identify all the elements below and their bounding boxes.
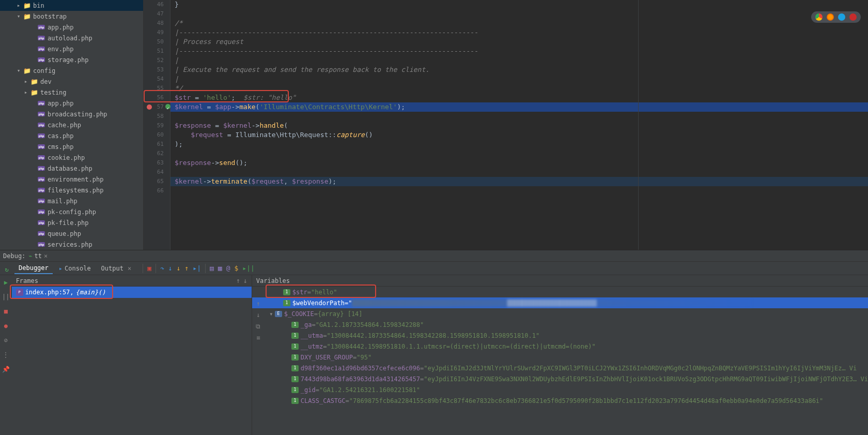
chevron-icon[interactable]: ▾ bbox=[14, 67, 23, 74]
tree-item-config[interactable]: ▾📁config bbox=[0, 65, 143, 76]
gutter-line[interactable]: 63 bbox=[144, 158, 164, 168]
tree-item-pk-config-php[interactable]: phppk-config.php bbox=[0, 206, 143, 217]
tree-item-cookie-php[interactable]: phpcookie.php bbox=[0, 152, 143, 163]
variable-row[interactable]: 17443d98ba68fa63963d1da4314265457 = "eyJ… bbox=[252, 373, 868, 384]
opera-icon[interactable] bbox=[849, 13, 857, 21]
variable-row[interactable]: ▾E$_COOKIE = {array} [14] bbox=[252, 308, 868, 319]
code-line[interactable] bbox=[171, 112, 868, 121]
gutter-line[interactable]: 56 bbox=[144, 93, 164, 102]
gutter-line[interactable]: 64 bbox=[144, 168, 164, 177]
resume-button[interactable]: ▶ bbox=[2, 278, 10, 287]
code-line[interactable]: ); bbox=[171, 140, 868, 149]
copy-icon[interactable]: ⧉ bbox=[256, 323, 260, 330]
tree-item-bootstrap[interactable]: ▾📁bootstrap bbox=[0, 11, 143, 22]
debug-leftbar[interactable]: ▶ || ■ ● ⊘ ⋮ 📌 bbox=[0, 275, 12, 435]
debug-panel[interactable]: Debug: ⌁ tt × ↻ Debugger ▸Console Output… bbox=[0, 250, 868, 435]
pin-icon[interactable]: 📌 bbox=[2, 365, 10, 373]
gutter-line[interactable]: 57✓ bbox=[144, 102, 164, 112]
gutter-line[interactable]: 47 bbox=[144, 9, 164, 19]
diff-icon[interactable]: ≡ bbox=[256, 334, 260, 341]
stop-button[interactable]: ■ bbox=[2, 307, 10, 316]
step-out-icon[interactable]: ↑ bbox=[185, 264, 189, 272]
tree-item-queue-php[interactable]: phpqueue.php bbox=[0, 228, 143, 239]
gutter-line[interactable]: 49 bbox=[144, 28, 164, 37]
expand-icon[interactable]: ▾ bbox=[268, 310, 275, 318]
gutter-line[interactable]: 53 bbox=[144, 65, 164, 74]
gutter-line[interactable]: 59 bbox=[144, 121, 164, 130]
prev-frame-icon[interactable]: ↑ bbox=[236, 277, 240, 284]
gutter-line[interactable]: 61 bbox=[144, 140, 164, 149]
variable-row[interactable]: 1$str = "hello" bbox=[252, 287, 868, 297]
tree-item-mail-php[interactable]: phpmail.php bbox=[0, 196, 143, 206]
tree-item-dev[interactable]: ▸📁dev bbox=[0, 76, 143, 87]
code-line[interactable]: |---------------------------------------… bbox=[171, 28, 868, 37]
view-breakpoints-icon[interactable]: ● bbox=[2, 322, 10, 330]
tab-console[interactable]: ▸Console bbox=[55, 263, 95, 274]
tree-item-cache-php[interactable]: phpcache.php bbox=[0, 119, 143, 130]
debug-run-tab[interactable]: ⌁ tt × bbox=[25, 252, 51, 260]
code-line[interactable] bbox=[171, 149, 868, 158]
frame-row[interactable]: P index.php:57, {main}() bbox=[12, 287, 252, 298]
gutter-line[interactable]: 58 bbox=[144, 112, 164, 121]
variable-row[interactable]: 1CLASS_CASTGC = "7869875fcb6a2284155c89b… bbox=[252, 395, 868, 406]
firefox-icon[interactable] bbox=[827, 13, 834, 21]
tree-item-filesystems-php[interactable]: phpfilesystems.php bbox=[0, 185, 143, 196]
tree-item-database-php[interactable]: phpdatabase.php bbox=[0, 163, 143, 174]
code-line[interactable] bbox=[171, 186, 868, 196]
dollar-icon[interactable]: $ bbox=[234, 264, 238, 272]
chrome-icon[interactable] bbox=[815, 13, 823, 21]
resume-icon[interactable]: ▸|| bbox=[242, 264, 254, 272]
gutter-line[interactable]: 48 bbox=[144, 19, 164, 28]
code-line[interactable]: } bbox=[171, 0, 868, 9]
calc-icon[interactable]: ▦ bbox=[218, 264, 222, 272]
code-line[interactable]: $kernel = $app->make('Illuminate\Contrac… bbox=[171, 102, 868, 112]
variable-row[interactable]: 1_gid = "GA1.2.54216321.1600221581" bbox=[252, 384, 868, 395]
mute-breakpoints-icon[interactable]: ⊘ bbox=[2, 336, 10, 344]
variable-row[interactable]: 1__utma = "130084442.1873354864.15983422… bbox=[252, 330, 868, 341]
safari-icon[interactable] bbox=[838, 13, 845, 21]
code-line[interactable]: $response = $kernel->handle( bbox=[171, 121, 868, 130]
code-line[interactable]: $str = 'hello'; $str: "hello" bbox=[171, 93, 868, 102]
tree-item-bin[interactable]: ▸📁bin bbox=[0, 0, 143, 11]
tree-item-cas-php[interactable]: phpcas.php bbox=[0, 130, 143, 141]
close-icon[interactable]: × bbox=[128, 265, 131, 272]
gutter-line[interactable]: 60 bbox=[144, 130, 164, 140]
code-line[interactable]: /* bbox=[171, 19, 868, 28]
chevron-icon[interactable]: ▸ bbox=[14, 2, 23, 9]
code-line[interactable]: | bbox=[171, 74, 868, 84]
show-execution-icon[interactable]: ▣ bbox=[147, 264, 151, 272]
tree-item-app-php[interactable]: phpapp.php bbox=[0, 22, 143, 33]
tab-output[interactable]: Output× bbox=[97, 263, 136, 274]
code-line[interactable]: $request = Illuminate\Http\Request::capt… bbox=[171, 130, 868, 140]
variables-panel[interactable]: Variables ↑ ↓ ⧉ ≡ 1$str = "hello"1$webVe… bbox=[252, 275, 868, 435]
gutter-line[interactable]: 65 bbox=[144, 177, 164, 186]
step-into-icon[interactable]: ↓ bbox=[168, 264, 173, 272]
code-line[interactable]: | bbox=[171, 56, 868, 65]
frames-panel[interactable]: Frames ↑ ↓ P index.php:57, {main}() bbox=[12, 275, 252, 435]
run-to-cursor-icon[interactable]: ▸| bbox=[193, 264, 201, 272]
code-line[interactable]: $response->send(); bbox=[171, 158, 868, 168]
tree-item-environment-php[interactable]: phpenvironment.php bbox=[0, 174, 143, 185]
at-icon[interactable]: @ bbox=[226, 264, 230, 272]
force-step-into-icon[interactable]: ↓ bbox=[177, 264, 181, 272]
code-line[interactable]: | Execute the request and send the respo… bbox=[171, 65, 868, 74]
code-line[interactable]: |---------------------------------------… bbox=[171, 47, 868, 56]
browser-preview-chips[interactable] bbox=[811, 11, 861, 23]
chevron-icon[interactable]: ▸ bbox=[22, 89, 30, 96]
jump-down-icon[interactable]: ↓ bbox=[256, 311, 260, 319]
gutter-line[interactable]: 46 bbox=[144, 0, 164, 9]
gutter-line[interactable]: 50 bbox=[144, 37, 164, 47]
tree-item-pk-file-php[interactable]: phppk-file.php bbox=[0, 217, 143, 228]
gutter-line[interactable]: 52 bbox=[144, 56, 164, 65]
tree-item-broadcasting-php[interactable]: phpbroadcasting.php bbox=[0, 109, 143, 119]
rerun-icon[interactable]: ↻ bbox=[3, 265, 11, 274]
code-area[interactable]: }/*|------------------------------------… bbox=[171, 0, 868, 250]
breakpoint-icon[interactable] bbox=[147, 104, 152, 110]
debug-toolbar[interactable]: ↻ Debugger ▸Console Output× ▣ ↷ ↓ ↓ ↑ ▸|… bbox=[0, 262, 868, 275]
gutter-line[interactable]: 62 bbox=[144, 149, 164, 158]
tree-item-cms-php[interactable]: phpcms.php bbox=[0, 141, 143, 152]
gutter-line[interactable]: 51 bbox=[144, 47, 164, 56]
settings-icon[interactable]: ⋮ bbox=[2, 351, 10, 359]
variable-row[interactable]: 1$webVendorPath = "█████████████████████… bbox=[252, 297, 868, 308]
variable-row[interactable]: 1DXY_USER_GROUP = "95" bbox=[252, 352, 868, 363]
